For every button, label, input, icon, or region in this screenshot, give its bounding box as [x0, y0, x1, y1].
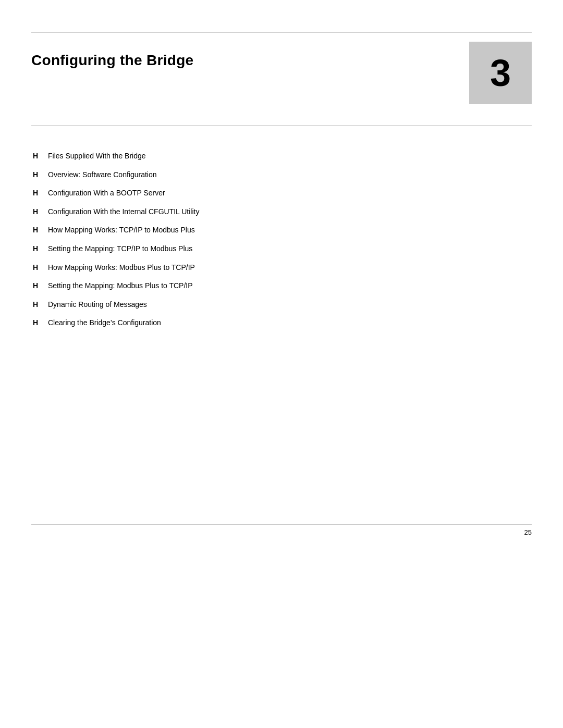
- page-number: 25: [524, 528, 532, 536]
- list-item: H Dynamic Routing of Messages: [31, 300, 532, 310]
- list-item: H Configuration With a BOOTP Server: [31, 188, 532, 199]
- page: Configuring the Bridge 3 H Files Supplie…: [0, 0, 563, 728]
- toc-item-text-8: Setting the Mapping: Modbus Plus to TCP/…: [48, 281, 193, 291]
- footer-divider: [31, 524, 532, 525]
- toc-item-text-3: Configuration With a BOOTP Server: [48, 188, 165, 199]
- toc-item-text-9: Dynamic Routing of Messages: [48, 300, 147, 310]
- toc-item-text-10: Clearing the Bridge’s Configuration: [48, 318, 161, 328]
- list-item: H Setting the Mapping: TCP/IP to Modbus …: [31, 244, 532, 254]
- toc-bullet-10: H: [31, 318, 40, 328]
- chapter-title: Configuring the Bridge: [31, 52, 193, 69]
- list-item: H Overview: Software Configuration: [31, 170, 532, 180]
- toc-item-text-7: How Mapping Works: Modbus Plus to TCP/IP: [48, 263, 195, 273]
- list-item: H Configuration With the Internal CFGUTI…: [31, 207, 532, 217]
- toc-bullet-5: H: [31, 225, 40, 236]
- chapter-header: Configuring the Bridge 3: [31, 42, 532, 104]
- list-item: H How Mapping Works: TCP/IP to Modbus Pl…: [31, 225, 532, 236]
- toc-bullet-4: H: [31, 207, 40, 217]
- chapter-number-box: 3: [469, 42, 532, 104]
- list-item: H Files Supplied With the Bridge: [31, 151, 532, 162]
- toc-bullet-9: H: [31, 300, 40, 310]
- toc-item-text-6: Setting the Mapping: TCP/IP to Modbus Pl…: [48, 244, 192, 254]
- list-item: H Setting the Mapping: Modbus Plus to TC…: [31, 281, 532, 291]
- header-divider: [31, 125, 532, 126]
- toc-bullet-7: H: [31, 263, 40, 273]
- toc-item-text-1: Files Supplied With the Bridge: [48, 151, 146, 162]
- toc-bullet-8: H: [31, 281, 40, 291]
- top-divider: [31, 32, 532, 33]
- toc-bullet-2: H: [31, 170, 40, 180]
- toc-bullet-6: H: [31, 244, 40, 254]
- list-item: H How Mapping Works: Modbus Plus to TCP/…: [31, 263, 532, 273]
- list-item: H Clearing the Bridge’s Configuration: [31, 318, 532, 328]
- toc-item-text-4: Configuration With the Internal CFGUTIL …: [48, 207, 199, 217]
- toc-item-text-2: Overview: Software Configuration: [48, 170, 157, 180]
- toc-bullet-3: H: [31, 188, 40, 199]
- toc-list: H Files Supplied With the Bridge H Overv…: [31, 151, 532, 337]
- chapter-number: 3: [490, 54, 511, 92]
- toc-item-text-5: How Mapping Works: TCP/IP to Modbus Plus: [48, 225, 195, 236]
- toc-bullet-1: H: [31, 151, 40, 162]
- chapter-title-area: Configuring the Bridge: [31, 42, 193, 69]
